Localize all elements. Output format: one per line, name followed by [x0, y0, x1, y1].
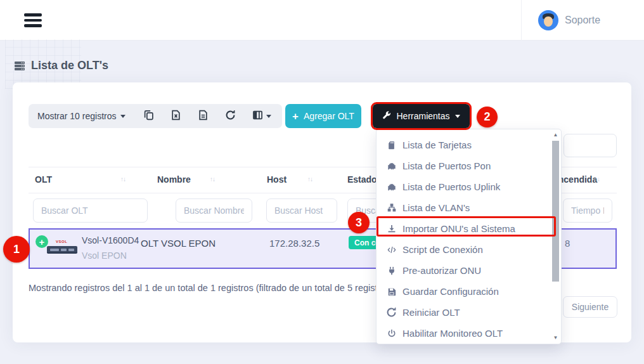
menu-item-reiniciar-olt[interactable]: Reiniciar OLT: [377, 302, 561, 323]
page-title-label: Lista de OLT's: [31, 59, 108, 72]
dropdown-scrollbar[interactable]: ▲ ▼: [551, 132, 560, 341]
menu-item-lista-de-vlan-s[interactable]: Lista de VLAN's: [377, 197, 561, 218]
expand-row-icon[interactable]: +: [35, 235, 48, 248]
menu-item-label: Importar ONU's al Sistema: [402, 223, 515, 234]
menu-item-label: Lista de VLAN's: [402, 202, 470, 213]
menu-item-label: Lista de Puertos Pon: [402, 160, 491, 171]
sort-icon[interactable]: ↑↓: [210, 176, 215, 183]
menu-item-script-de-conexi-n[interactable]: Script de Conexión: [377, 239, 561, 260]
power-icon: [386, 329, 397, 338]
column-header-host[interactable]: Host: [267, 174, 287, 185]
table-controls-bar: Mostrar 10 registros: [29, 104, 282, 128]
excel-file-icon: [171, 110, 181, 123]
herramientas-label: Herramientas: [396, 111, 449, 121]
column-header-estado[interactable]: Estado: [347, 174, 377, 185]
refresh-icon: [386, 307, 397, 318]
sort-icon[interactable]: ↑↓: [120, 176, 126, 183]
user-menu[interactable]: Soporte: [521, 0, 644, 41]
chevron-down-icon: [266, 115, 271, 118]
menu-item-lista-de-tarjetas[interactable]: Lista de Tarjetas: [377, 134, 561, 155]
table-info-text: Mostrando registros del 1 al 1 de un tot…: [29, 283, 393, 293]
herramientas-button[interactable]: Herramientas: [373, 104, 470, 128]
menu-item-label: Lista de Tarjetas: [402, 140, 472, 150]
device-logo-label: VSOL: [56, 240, 67, 244]
show-entries-dropdown[interactable]: Mostrar 10 registros: [37, 111, 126, 121]
menu-item-guardar-configuraci-n[interactable]: Guardar Configuración: [377, 281, 561, 302]
wrench-icon: [382, 111, 391, 122]
host-cell: 172.28.32.5: [269, 238, 319, 249]
save-icon: [386, 287, 397, 296]
annotation-box-herramientas: Herramientas: [371, 102, 472, 130]
ethernet-icon: [386, 183, 397, 192]
scrollbar-thumb[interactable]: [552, 141, 559, 282]
column-visibility-button[interactable]: [252, 110, 271, 123]
menu-item-label: Habilitar Monitoreo OLT: [402, 328, 503, 339]
code-icon: [386, 245, 397, 254]
olt-device-image: VSOL: [47, 240, 79, 259]
herramientas-dropdown-menu: Lista de TarjetasLista de Puertos PonLis…: [376, 129, 562, 344]
server-icon: [14, 61, 25, 71]
export-file-button[interactable]: [198, 110, 209, 123]
avatar: [538, 10, 558, 30]
copy-icon: [143, 110, 154, 123]
annotation-step-1: 1: [3, 236, 30, 263]
add-olt-button[interactable]: + Agregar OLT: [285, 104, 361, 128]
annotation-step-3: 3: [348, 212, 370, 233]
copy-button[interactable]: [143, 110, 154, 123]
refresh-icon: [225, 110, 236, 123]
document-icon: [198, 110, 209, 123]
menu-item-lista-de-puertos-pon[interactable]: Lista de Puertos Pon: [377, 155, 561, 176]
olt-type-cell: Vsol EPON: [82, 250, 127, 261]
menu-item-lista-de-puertos-uplink[interactable]: Lista de Puertos Uplink: [377, 176, 561, 197]
sd-card-icon: [386, 141, 397, 150]
pagination-next-button[interactable]: Siguiente: [563, 296, 617, 318]
menu-item-pre-autorizar-onu[interactable]: Pre-autorizar ONU: [377, 260, 561, 281]
filter-olt-input[interactable]: [33, 198, 148, 223]
menu-item-label: Pre-autorizar ONU: [402, 265, 481, 276]
download-icon: [386, 224, 397, 233]
menu-item-label: Guardar Configuración: [402, 286, 499, 297]
nombre-cell: OLT VSOL EPON: [141, 238, 216, 249]
table-columns-icon: [252, 110, 263, 123]
user-name-label: Soporte: [565, 15, 600, 26]
sort-icon[interactable]: ↑↓: [307, 176, 312, 183]
sort-icon[interactable]: ↑↓: [595, 176, 600, 183]
menu-item-habilitar-monitoreo-olt[interactable]: Habilitar Monitoreo OLT: [377, 323, 561, 344]
filter-host-input[interactable]: [266, 198, 337, 223]
menu-item-label: Script de Conexión: [402, 244, 483, 255]
hamburger-menu-icon[interactable]: [24, 13, 42, 27]
show-entries-label: Mostrar 10 registros: [37, 111, 116, 121]
export-excel-button[interactable]: [171, 110, 181, 123]
column-header-olt[interactable]: OLT: [35, 174, 52, 185]
plug-icon: [386, 266, 397, 275]
menu-item-label: Reiniciar OLT: [402, 307, 460, 318]
olt-name-cell: Vsol-V1600D4: [82, 235, 139, 245]
chevron-down-icon: [120, 115, 126, 118]
tiempo-encendida-cell: 8: [565, 238, 570, 249]
chevron-down-icon: [455, 115, 460, 118]
page-title: Lista de OLT's: [14, 59, 108, 72]
scroll-up-icon[interactable]: ▲: [552, 132, 559, 138]
plus-icon: +: [292, 111, 299, 122]
column-header-nombre[interactable]: Nombre: [157, 174, 191, 185]
menu-item-importar-onu-s-al-sistema[interactable]: Importar ONU's al Sistema: [377, 218, 561, 239]
filter-tiempo-input[interactable]: [563, 198, 612, 223]
scroll-down-icon[interactable]: ▼: [552, 335, 559, 341]
sitemap-icon: [386, 204, 397, 212]
ethernet-icon: [386, 162, 397, 171]
top-navbar: Soporte: [0, 0, 644, 41]
table-search-input[interactable]: [564, 134, 617, 157]
add-olt-label: Agregar OLT: [304, 111, 354, 121]
reload-table-button[interactable]: [225, 110, 236, 123]
menu-item-label: Lista de Puertos Uplink: [402, 181, 500, 192]
filter-nombre-input[interactable]: [176, 198, 252, 223]
annotation-step-2: 2: [477, 107, 498, 127]
